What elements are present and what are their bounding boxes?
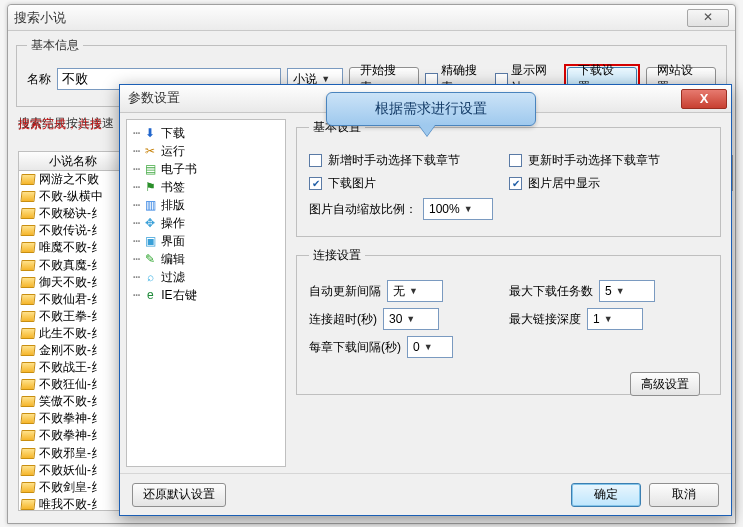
- dialog-footer: 还原默认设置 确定 取消: [120, 473, 731, 515]
- auto-interval-value: 无: [393, 283, 405, 300]
- list-item-label: 不败秘诀-纟: [39, 205, 103, 222]
- list-item[interactable]: 不败秘诀-纟: [19, 205, 127, 222]
- image-center-checkbox[interactable]: ✔ 图片居中显示: [509, 175, 699, 192]
- tree-item-filter[interactable]: ⋯⌕过滤: [129, 268, 283, 286]
- tree-item-edit[interactable]: ⋯✎编辑: [129, 250, 283, 268]
- list-item[interactable]: 不败仙君-纟: [19, 291, 127, 308]
- max-tasks-label: 最大下载任务数: [509, 283, 593, 300]
- ok-button[interactable]: 确定: [571, 483, 641, 507]
- auto-interval-combo[interactable]: 无 ▼: [387, 280, 443, 302]
- max-tasks-combo[interactable]: 5 ▼: [599, 280, 655, 302]
- checkbox-box-checked: ✔: [509, 177, 522, 190]
- list-item-label: 不败拳神-纟: [39, 410, 103, 427]
- tree-dots: ⋯: [133, 198, 139, 212]
- list-item-label: 不败剑皇-纟: [39, 479, 103, 496]
- tree-dots: ⋯: [133, 234, 139, 248]
- auto-interval-label: 自动更新间隔: [309, 283, 381, 300]
- tree-item-download[interactable]: ⋯⬇下载: [129, 124, 283, 142]
- connection-settings-legend: 连接设置: [309, 247, 365, 264]
- tree-dots: ⋯: [133, 216, 139, 230]
- tree-item-layout[interactable]: ⋯▥排版: [129, 196, 283, 214]
- list-item[interactable]: 金刚不败-纟: [19, 342, 127, 359]
- scale-combo[interactable]: 100% ▼: [423, 198, 493, 220]
- book-icon: [20, 465, 35, 476]
- tree-item-ie[interactable]: ⋯eIE右键: [129, 286, 283, 304]
- list-item-label: 金刚不败-纟: [39, 342, 103, 359]
- list-item-label: 不败狂仙-纟: [39, 376, 103, 393]
- scale-label: 图片自动缩放比例：: [309, 201, 417, 218]
- layout-icon: ▥: [143, 198, 157, 212]
- list-item[interactable]: 不败妖仙-纟: [19, 462, 127, 479]
- chapter-interval-combo[interactable]: 0 ▼: [407, 336, 453, 358]
- ebook-icon: ▤: [143, 162, 157, 176]
- list-item[interactable]: 不败王拳-纟: [19, 308, 127, 325]
- tree-item-ui[interactable]: ⋯▣界面: [129, 232, 283, 250]
- list-item[interactable]: 网游之不败: [19, 171, 127, 188]
- tree-dots: ⋯: [133, 162, 139, 176]
- list-item[interactable]: 不败剑皇-纟: [19, 479, 127, 496]
- book-icon: [20, 242, 35, 253]
- list-item-label: 网游之不败: [39, 171, 99, 188]
- tree-item-bookmark[interactable]: ⋯⚑书签: [129, 178, 283, 196]
- update-manual-checkbox[interactable]: 更新时手动选择下载章节: [509, 152, 699, 169]
- caret-down-icon: ▼: [424, 342, 433, 352]
- book-icon: [20, 345, 35, 356]
- list-item[interactable]: 唯我不败-纟: [19, 496, 127, 511]
- tree-item-label: 排版: [161, 197, 185, 214]
- connection-settings-group: 连接设置 自动更新间隔 无 ▼ 最大下载任务数 5 ▼: [296, 247, 721, 395]
- new-manual-checkbox[interactable]: 新增时手动选择下载章节: [309, 152, 499, 169]
- search-status: 搜索完成，共搜: [18, 116, 102, 133]
- list-item[interactable]: 笑傲不败-纟: [19, 393, 127, 410]
- list-item[interactable]: 不败-纵横中: [19, 188, 127, 205]
- chapter-interval-label: 每章下载间隔(秒): [309, 339, 401, 356]
- caret-down-icon: ▼: [616, 286, 625, 296]
- list-item[interactable]: 不败战王-纟: [19, 359, 127, 376]
- tree-dots: ⋯: [133, 144, 139, 158]
- novel-list-body[interactable]: 网游之不败不败-纵横中不败秘诀-纟不败传说-纟唯魔不败-纟不败真魔-纟御天不败-…: [18, 171, 128, 511]
- main-window-title: 搜索小说: [14, 9, 687, 27]
- list-item-label: 唯魔不败-纟: [39, 239, 103, 256]
- book-icon: [20, 379, 35, 390]
- list-item-label: 不败真魔-纟: [39, 257, 103, 274]
- update-manual-label: 更新时手动选择下载章节: [528, 152, 660, 169]
- novel-list-header[interactable]: 小说名称: [18, 151, 128, 171]
- timeout-combo[interactable]: 30 ▼: [383, 308, 439, 330]
- cancel-button[interactable]: 取消: [649, 483, 719, 507]
- novel-list: 小说名称 网游之不败不败-纵横中不败秘诀-纟不败传说-纟唯魔不败-纟不败真魔-纟…: [18, 151, 128, 511]
- book-icon: [20, 311, 35, 322]
- list-item[interactable]: 御天不败-纟: [19, 274, 127, 291]
- advanced-settings-button[interactable]: 高级设置: [630, 372, 700, 396]
- list-item[interactable]: 不败邪皇-纟: [19, 445, 127, 462]
- list-item[interactable]: 不败拳神-纟: [19, 410, 127, 427]
- list-item[interactable]: 不败传说-纟: [19, 222, 127, 239]
- bookmark-icon: ⚑: [143, 180, 157, 194]
- list-item[interactable]: 唯魔不败-纟: [19, 239, 127, 256]
- book-icon: [20, 448, 35, 459]
- hint-callout: 根据需求进行设置: [326, 92, 536, 126]
- tree-item-run[interactable]: ⋯✂运行: [129, 142, 283, 160]
- tree-dots: ⋯: [133, 126, 139, 140]
- run-icon: ✂: [143, 144, 157, 158]
- tree-item-operate[interactable]: ⋯✥操作: [129, 214, 283, 232]
- list-item[interactable]: 此生不败-纟: [19, 325, 127, 342]
- tree-item-label: 界面: [161, 233, 185, 250]
- operate-icon: ✥: [143, 216, 157, 230]
- main-window-close-button[interactable]: ✕: [687, 9, 729, 27]
- max-depth-combo[interactable]: 1 ▼: [587, 308, 643, 330]
- caret-down-icon: ▼: [604, 314, 613, 324]
- restore-defaults-button[interactable]: 还原默认设置: [132, 483, 226, 507]
- main-titlebar: 搜索小说 ✕: [8, 5, 735, 31]
- checkbox-box-checked: ✔: [309, 177, 322, 190]
- hint-callout-text: 根据需求进行设置: [375, 100, 487, 118]
- settings-tree[interactable]: ⋯⬇下载⋯✂运行⋯▤电子书⋯⚑书签⋯▥排版⋯✥操作⋯▣界面⋯✎编辑⋯⌕过滤⋯eI…: [126, 119, 286, 467]
- dialog-close-button[interactable]: X: [681, 89, 727, 109]
- tree-item-label: 编辑: [161, 251, 185, 268]
- list-item[interactable]: 不败真魔-纟: [19, 256, 127, 273]
- list-item[interactable]: 不败拳神-纟: [19, 427, 127, 444]
- download-image-checkbox[interactable]: ✔ 下载图片: [309, 175, 499, 192]
- checkbox-box: [509, 154, 522, 167]
- list-item[interactable]: 不败狂仙-纟: [19, 376, 127, 393]
- tree-item-ebook[interactable]: ⋯▤电子书: [129, 160, 283, 178]
- tree-item-label: 运行: [161, 143, 185, 160]
- download-image-label: 下载图片: [328, 175, 376, 192]
